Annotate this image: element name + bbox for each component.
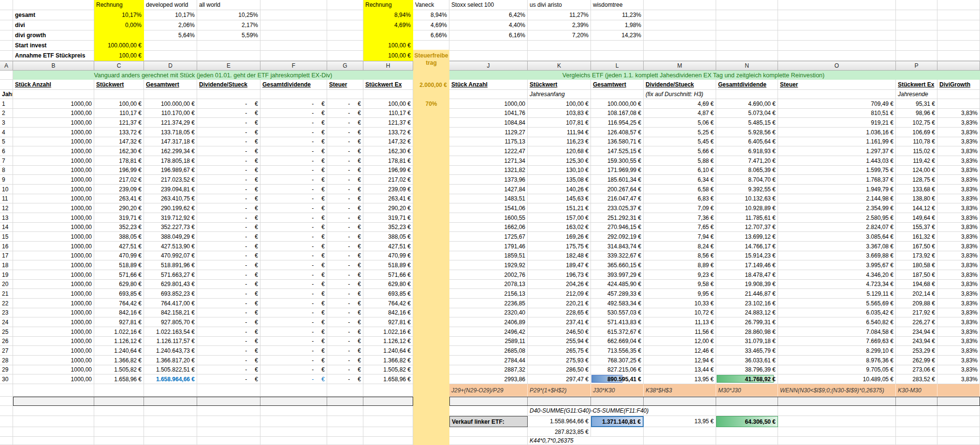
cell-D-y17[interactable]: 470.992,07 € — [144, 251, 197, 260]
cell-L-y27[interactable]: 713.556,35 € — [591, 346, 644, 356]
cell-F-y10[interactable]: -€ — [260, 185, 327, 194]
cell-F-y20[interactable]: -€ — [260, 280, 327, 289]
cell-D-r5[interactable] — [144, 41, 197, 51]
cell-O-r3[interactable] — [778, 20, 896, 30]
cell-O-y17[interactable]: 3.669,88 € — [778, 251, 896, 260]
cell-K-r6[interactable] — [528, 51, 591, 61]
cell-K-y12[interactable]: 151,21 € — [528, 203, 591, 213]
right-table-banner[interactable]: Vergleichs ETF (jeden 1.1. komplett Jahe… — [449, 71, 980, 80]
cell-J-y19[interactable]: 2002,76 — [449, 270, 528, 280]
cell-H-y20[interactable]: 629,80 € — [363, 280, 413, 289]
cell-M-y5[interactable]: 5,45 € — [644, 137, 716, 146]
cell-F-y18[interactable]: -€ — [260, 260, 327, 270]
cell-C-r45[interactable] — [94, 427, 144, 437]
cell-K-r3[interactable]: 2,39% — [528, 20, 591, 30]
formula-stueck-anzahl[interactable]: J29+(N29-O29)/P29 — [449, 384, 528, 397]
cell-J-r1[interactable]: Stoxx select 100 — [449, 0, 528, 10]
cell-L-y20[interactable]: 424.485,90 € — [591, 280, 644, 289]
cell-D-y20[interactable]: 629.801,43 € — [144, 280, 197, 289]
cell-L-r6[interactable] — [591, 51, 644, 61]
cell-P-y18[interactable]: 180,58 € — [896, 260, 937, 270]
cell-C-y15[interactable]: 388,05 € — [94, 232, 144, 242]
cell-E-r3[interactable]: 2,17% — [197, 20, 260, 30]
cell-O-r46[interactable] — [778, 437, 896, 445]
cell-C-gband[interactable] — [94, 397, 144, 406]
cell-L-y25[interactable]: 615.372,67 € — [591, 327, 644, 337]
cell-C-y5[interactable]: 147,32 € — [94, 137, 144, 146]
cell-D-y3[interactable]: 121.374,29 € — [144, 118, 197, 128]
cell-C-r5[interactable]: 100.000,00 € — [94, 41, 144, 51]
cell-C-y23[interactable]: 842,16 € — [94, 308, 144, 317]
cell-E-r4[interactable]: 5,59% — [197, 30, 260, 41]
cell-J-y6[interactable]: 1222,47 — [449, 146, 528, 156]
cell-H-y27[interactable]: 1.240,64 € — [363, 346, 413, 356]
cell-J-y10[interactable]: 1427,84 — [449, 185, 528, 194]
verkauf-gesamtwert[interactable]: 1.558.964,66 € — [528, 416, 591, 427]
cell-H-y28[interactable]: 1.366,82 € — [363, 356, 413, 365]
cell-F-y15[interactable]: -€ — [260, 232, 327, 242]
cell-B-y15[interactable]: 1000,00 — [13, 232, 94, 242]
cell-M-title[interactable]: Dividende/Stueck — [644, 80, 716, 90]
cell-H-y9[interactable]: 217,02 € — [363, 175, 413, 185]
cell-C-r44[interactable] — [94, 416, 144, 427]
cell-G-y22[interactable]: -€ — [327, 299, 363, 308]
cell-B-y16[interactable]: 1000,00 — [13, 242, 94, 251]
cell-J-y18[interactable]: 1929,92 — [449, 260, 528, 270]
cell-E-r46[interactable] — [197, 437, 260, 445]
cell-J-sub[interactable] — [449, 90, 528, 99]
cell-J-r3[interactable]: 4,40% — [449, 20, 528, 30]
cell-F-r45[interactable] — [260, 427, 327, 437]
cell-M-gband[interactable] — [644, 397, 716, 406]
cell-L-y1[interactable]: 100.000,00 € — [591, 99, 644, 109]
cell-A-banner[interactable] — [0, 71, 13, 80]
cell-G-y16[interactable]: -€ — [327, 242, 363, 251]
cell-P-y15[interactable]: 161,32 € — [896, 232, 937, 242]
cell-M-y25[interactable]: 11,56 € — [644, 327, 716, 337]
cell-N-y9[interactable]: 8.704,70 € — [716, 175, 778, 185]
cell-M-y14[interactable]: 7,65 € — [644, 223, 716, 232]
cell-N-y3[interactable]: 5.485,15 € — [716, 118, 778, 128]
cell-D-y14[interactable]: 352.227,73 € — [144, 223, 197, 232]
cell-E-r5[interactable] — [197, 41, 260, 51]
cell-B-y23[interactable]: 1000,00 — [13, 308, 94, 317]
cell-K-y20[interactable]: 204,26 € — [528, 280, 591, 289]
cell-Q-y20[interactable]: 3,83% — [937, 280, 980, 289]
cell-P-y7[interactable]: 119,42 € — [896, 156, 937, 166]
cell-N-r43[interactable] — [716, 406, 778, 416]
cell-P-r1[interactable] — [896, 0, 937, 10]
cell-M-y18[interactable]: 8,89 € — [644, 260, 716, 270]
cell-E-y4[interactable]: -€ — [197, 128, 260, 137]
cell-E-y3[interactable]: -€ — [197, 118, 260, 128]
cell-A-y16[interactable]: 16 — [0, 242, 13, 251]
cell-A-y18[interactable]: 18 — [0, 260, 13, 270]
cell-B-r2[interactable]: gesamt — [13, 10, 94, 20]
cell-P-r45[interactable] — [896, 427, 937, 437]
cell-J-y23[interactable]: 2320,40 — [449, 308, 528, 317]
cell-B-y22[interactable]: 1000,00 — [13, 299, 94, 308]
cell-I-r5[interactable] — [413, 41, 449, 51]
cell-J-r4[interactable]: 6,16% — [449, 30, 528, 41]
cell-A-y21[interactable]: 21 — [0, 289, 13, 299]
cell-A-gband[interactable] — [0, 397, 13, 406]
cell-E-r45[interactable] — [197, 427, 260, 437]
cell-P-y19[interactable]: 187,50 € — [896, 270, 937, 280]
cell-G-y20[interactable]: -€ — [327, 280, 363, 289]
cell-C-y21[interactable]: 693,85 € — [94, 289, 144, 299]
verkauf-dividende[interactable]: 13,95 € — [644, 416, 716, 427]
cell-A-r6[interactable] — [0, 51, 13, 61]
cell-K-y30[interactable]: 297,47 € — [528, 374, 591, 384]
cell-P-y29[interactable]: 273,06 € — [896, 365, 937, 374]
cell-A-y8[interactable]: 8 — [0, 166, 13, 175]
cell-O-r2[interactable] — [778, 10, 896, 20]
cell-G-y3[interactable]: -€ — [327, 118, 363, 128]
cell-K-r5[interactable] — [528, 41, 591, 51]
cell-O-y22[interactable]: 5.565,69 € — [778, 299, 896, 308]
cell-O-y25[interactable]: 7.084,58 € — [778, 327, 896, 337]
cell-E-y14[interactable]: -€ — [197, 223, 260, 232]
cell-A-r46[interactable] — [0, 437, 13, 445]
cell-P-y10[interactable]: 133,68 € — [896, 185, 937, 194]
cell-Q-r5[interactable] — [937, 41, 980, 51]
cell-E-y9[interactable]: -€ — [197, 175, 260, 185]
cell-G-r4[interactable] — [327, 30, 363, 41]
cell-D-y13[interactable]: 319.712,92 € — [144, 213, 197, 223]
